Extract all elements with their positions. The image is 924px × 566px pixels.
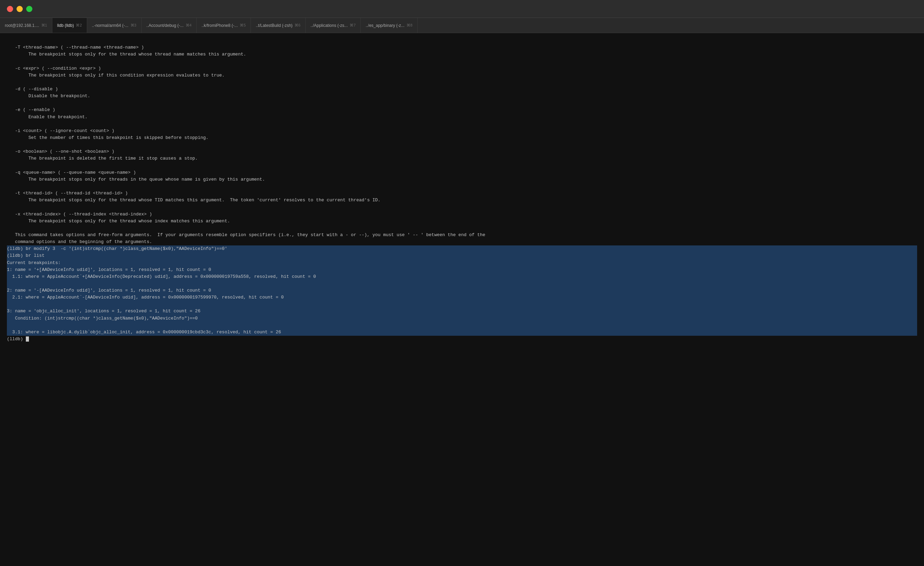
tab-shortcut: ⌘5	[240, 23, 246, 28]
tab-shortcut: ⌘7	[350, 23, 356, 28]
terminal-line: -x <thread-index> ( --thread-index <thre…	[7, 211, 917, 218]
tab-bar: root@192.168.1....⌘1lldb (lldb)⌘2..-norm…	[0, 18, 924, 33]
maximize-button[interactable]	[26, 6, 32, 12]
terminal-line: This command takes options and free-form…	[7, 232, 917, 239]
tab-8[interactable]: ../es_app/binary (-z...⌘8	[361, 18, 417, 33]
terminal-selected-line: 3.1: where = libobjc.A.dylib`objc_alloc_…	[7, 329, 917, 336]
tab-label: root@192.168.1....	[5, 23, 39, 28]
tab-label: ../Applications (-zs...	[310, 23, 348, 28]
terminal-line: -T <thread-name> ( --thread-name <thread…	[7, 44, 917, 51]
tab-7[interactable]: ../Applications (-zs...⌘7	[306, 18, 361, 33]
tab-2[interactable]: lldb (lldb)⌘2	[52, 18, 87, 33]
terminal-selected-line: 2: name = '-[AADeviceInfo udid]', locati…	[7, 287, 917, 294]
terminal-selected-line: (lldb) br modify 3 -c '(int)strcmp((char…	[7, 245, 917, 252]
terminal-line	[7, 37, 917, 44]
tab-6[interactable]: ..t/LatestBuild (-zsh)⌘6	[251, 18, 306, 33]
tab-shortcut: ⌘6	[295, 23, 300, 28]
window-controls[interactable]	[0, 6, 32, 12]
terminal-selected-line: Current breakpoints:	[7, 260, 917, 266]
terminal-line: -q <queue-name> ( --queue-name <queue-na…	[7, 169, 917, 176]
terminal-line: -o <boolean> ( --one-shot <boolean> )	[7, 148, 917, 155]
terminal-line: -t <thread-id> ( --thread-id <thread-id>…	[7, 190, 917, 197]
terminal-line	[7, 183, 917, 190]
terminal[interactable]: -T <thread-name> ( --thread-name <thread…	[0, 33, 924, 566]
prompt-text: (lldb)	[7, 336, 26, 342]
tab-label: lldb (lldb)	[57, 23, 74, 28]
tab-shortcut: ⌘8	[406, 23, 412, 28]
terminal-line: The breakpoint is deleted the first time…	[7, 155, 917, 162]
terminal-selected-line	[7, 280, 917, 287]
tab-3[interactable]: ..-normal/arm64 (-...⌘3	[87, 18, 142, 33]
terminal-prompt-line: (lldb)	[7, 336, 917, 342]
tab-shortcut: ⌘4	[186, 23, 192, 28]
terminal-line: command options and the beginning of the…	[7, 239, 917, 245]
terminal-line: The breakpoint stops only for threads in…	[7, 176, 917, 183]
terminal-line: The breakpoint stops only if this condit…	[7, 72, 917, 79]
tab-label: ..k/fromiPhone8 (-...	[201, 23, 238, 28]
terminal-selected-line: 3: name = 'objc_alloc_init', locations =…	[7, 308, 917, 315]
terminal-selected-line	[7, 322, 917, 329]
terminal-line: -d ( --disable )	[7, 86, 917, 93]
terminal-line: Set the number of times this breakpoint …	[7, 134, 917, 141]
tab-4[interactable]: ..Account/debug (-...⌘4	[142, 18, 197, 33]
tab-label: ..Account/debug (-...	[146, 23, 184, 28]
terminal-line: Disable the breakpoint.	[7, 93, 917, 100]
terminal-line: -i <count> ( --ignore-count <count> )	[7, 128, 917, 134]
terminal-line	[7, 100, 917, 107]
terminal-line: The breakpoint stops only for the thread…	[7, 197, 917, 204]
terminal-line	[7, 79, 917, 86]
terminal-selected-line	[7, 301, 917, 308]
terminal-line: The breakpoint stops only for the thread…	[7, 218, 917, 225]
terminal-line: -c <expr> ( --condition <expr> )	[7, 65, 917, 72]
terminal-selected-line: 1.1: where = AppleAccount`+[AADeviceInfo…	[7, 273, 917, 280]
tab-shortcut: ⌘2	[76, 23, 82, 28]
terminal-cursor	[26, 336, 29, 342]
terminal-selected-line: Condition: (int)strcmp((char *)class_get…	[7, 315, 917, 322]
terminal-selected-line: 2.1: where = AppleAccount`-[AADeviceInfo…	[7, 294, 917, 301]
terminal-line: The breakpoint stops only for the thread…	[7, 51, 917, 58]
terminal-line	[7, 162, 917, 169]
close-button[interactable]	[7, 6, 13, 12]
terminal-line	[7, 141, 917, 148]
tab-label: ../es_app/binary (-z...	[366, 23, 405, 28]
terminal-line	[7, 225, 917, 232]
terminal-line: -e ( --enable )	[7, 107, 917, 113]
terminal-line	[7, 58, 917, 65]
tab-label: ..t/LatestBuild (-zsh)	[256, 23, 292, 28]
tab-shortcut: ⌘1	[41, 23, 47, 28]
tab-shortcut: ⌘3	[130, 23, 136, 28]
title-bar	[0, 0, 924, 18]
terminal-line: Enable the breakpoint.	[7, 114, 917, 121]
tab-1[interactable]: root@192.168.1....⌘1	[0, 18, 52, 33]
terminal-selected-line: 1: name = '+[AADeviceInfo udid]', locati…	[7, 266, 917, 273]
tab-label: ..-normal/arm64 (-...	[92, 23, 129, 28]
terminal-selected-line: (lldb) br list	[7, 252, 917, 259]
terminal-line	[7, 121, 917, 128]
tab-5[interactable]: ..k/fromiPhone8 (-...⌘5	[197, 18, 251, 33]
minimize-button[interactable]	[16, 6, 23, 12]
terminal-line	[7, 204, 917, 211]
